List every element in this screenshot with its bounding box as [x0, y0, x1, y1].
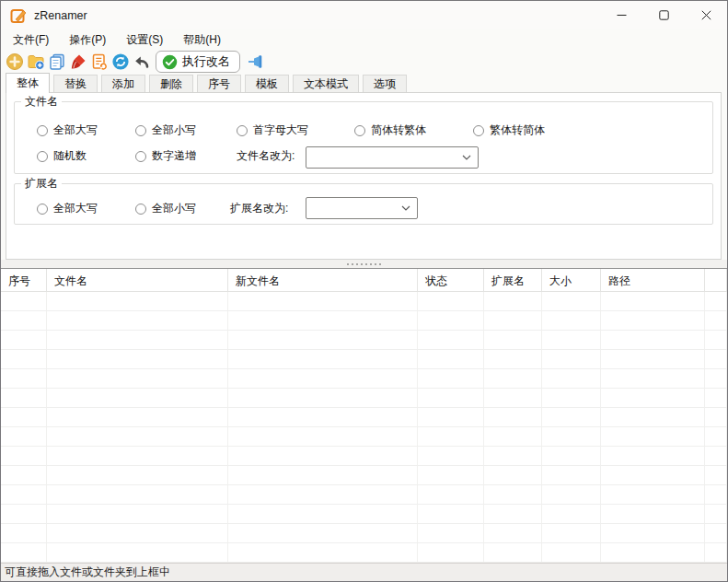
pushpin-icon [247, 52, 265, 71]
tab-replace[interactable]: 替换 [53, 75, 98, 93]
table-cell-path [601, 505, 705, 523]
table-row[interactable] [1, 389, 727, 408]
table-row[interactable] [1, 485, 727, 505]
table-cell-size [542, 350, 601, 368]
table-cell-status [418, 292, 484, 310]
table-row[interactable] [1, 331, 727, 350]
tab-options[interactable]: 选项 [363, 75, 407, 93]
radio-simplified-to-traditional[interactable]: 简体转繁体 [354, 123, 426, 137]
table-row[interactable] [1, 350, 727, 369]
table-row[interactable] [1, 292, 727, 311]
radio-label: 全部小写 [152, 201, 196, 216]
extension-rename-label: 扩展名改为: [230, 202, 288, 215]
table-cell-filler [705, 505, 727, 523]
table-cell-filename [47, 369, 228, 388]
table-row[interactable] [1, 524, 727, 543]
table-cell-path [601, 427, 705, 446]
table-cell-new-filename [228, 505, 418, 523]
extension-rename-combobox[interactable] [306, 197, 418, 219]
tab-template[interactable]: 模板 [245, 75, 289, 93]
undo-button[interactable] [132, 52, 152, 72]
table-cell-path [601, 408, 705, 426]
table-cell-extension [484, 331, 542, 349]
column-header-size[interactable]: 大小 [542, 269, 601, 291]
tab-text-mode[interactable]: 文本模式 [293, 75, 359, 93]
radio-circle-icon [37, 151, 48, 162]
table-row[interactable] [1, 505, 727, 524]
pin-window-button[interactable] [245, 51, 267, 73]
table-row[interactable] [1, 543, 727, 563]
table-cell-index [1, 350, 47, 368]
table-cell-new-filename [228, 408, 418, 426]
table-cell-status [418, 389, 484, 407]
table-cell-filler [705, 427, 727, 446]
table-cell-filename [47, 466, 228, 484]
table-row[interactable] [1, 466, 727, 485]
radio-traditional-to-simplified[interactable]: 繁体转简体 [473, 123, 545, 137]
column-header-new-filename[interactable]: 新文件名 [228, 269, 418, 291]
add-folder-button[interactable] [26, 52, 46, 72]
table-cell-status [418, 505, 484, 523]
tab-add[interactable]: 添加 [101, 75, 145, 93]
table-row[interactable] [1, 311, 727, 331]
toolbar: 执行改名 [1, 50, 727, 74]
maximize-button[interactable] [642, 1, 685, 29]
table-cell-filler [705, 350, 727, 368]
extension-groupbox: 扩展名 全部大写全部小写 扩展名改为: [14, 183, 713, 225]
table-cell-extension [484, 505, 542, 523]
table-cell-extension [484, 292, 542, 310]
table-cell-extension [484, 369, 542, 388]
refresh-names-button[interactable] [89, 52, 110, 72]
radio-lowercase[interactable]: 全部小写 [135, 123, 196, 137]
table-cell-new-filename [228, 466, 418, 484]
radio-uppercase[interactable]: 全部大写 [37, 123, 98, 137]
radio-ext-uppercase[interactable]: 全部大写 [37, 202, 98, 215]
table-cell-size [542, 466, 601, 484]
table-cell-extension [484, 543, 542, 562]
table-row[interactable] [1, 447, 727, 466]
table-row[interactable] [1, 427, 727, 447]
menu-item-file[interactable]: 文件(F) [3, 29, 59, 51]
file-list-button[interactable] [47, 52, 67, 72]
table-cell-status [418, 408, 484, 426]
filename-rename-combobox[interactable] [306, 146, 479, 169]
radio-ext-lowercase[interactable]: 全部小写 [135, 202, 196, 215]
table-cell-path [601, 447, 705, 465]
column-header-index[interactable]: 序号 [1, 269, 47, 291]
column-header-filename[interactable]: 文件名 [47, 269, 228, 291]
table-cell-status [418, 427, 484, 446]
table-row[interactable] [1, 369, 727, 389]
menu-item-help[interactable]: 帮助(H) [173, 29, 231, 51]
chevron-down-icon [401, 205, 410, 211]
table-cell-filler [705, 524, 727, 542]
column-header-extension[interactable]: 扩展名 [484, 269, 542, 291]
column-header-path[interactable]: 路径 [601, 269, 705, 291]
table-cell-index [1, 485, 47, 504]
refresh-button[interactable] [110, 52, 131, 72]
menu-item-settings[interactable]: 设置(S) [116, 29, 173, 51]
table-cell-path [601, 292, 705, 310]
table-cell-size [542, 505, 601, 523]
tab-overall[interactable]: 整体 [6, 73, 50, 93]
close-button[interactable] [685, 1, 727, 29]
clear-list-button[interactable] [68, 52, 88, 72]
minimize-button[interactable] [600, 1, 642, 29]
radio-capitalize-first[interactable]: 首字母大写 [237, 123, 308, 137]
tab-delete[interactable]: 删除 [149, 75, 193, 93]
column-header-status[interactable]: 状态 [418, 269, 484, 291]
radio-random-number[interactable]: 随机数 [37, 149, 87, 163]
menu-item-action[interactable]: 操作(P) [59, 29, 116, 51]
radio-circle-icon [135, 125, 146, 136]
titlebar: zRenamer [1, 1, 727, 29]
table-cell-filler [705, 543, 727, 562]
radio-label: 简体转繁体 [371, 122, 426, 138]
execute-rename-button[interactable]: 执行改名 [156, 51, 240, 73]
column-header-filler[interactable] [705, 269, 727, 291]
table-row[interactable] [1, 408, 727, 427]
table-cell-index [1, 543, 47, 562]
radio-number-increment[interactable]: 数字递增 [135, 149, 196, 163]
tab-number[interactable]: 序号 [197, 75, 241, 93]
add-files-button[interactable] [5, 52, 25, 72]
radio-label: 繁体转简体 [490, 122, 545, 138]
splitter-handle[interactable] [1, 260, 727, 268]
